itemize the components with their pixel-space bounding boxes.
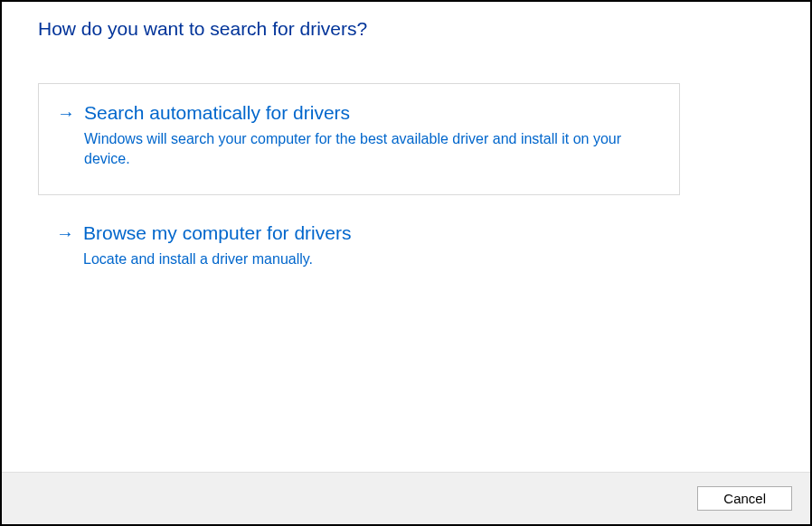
option-title: Browse my computer for drivers [83, 221, 662, 246]
arrow-right-icon: → [56, 221, 74, 246]
content-area: How do you want to search for drivers? →… [2, 2, 810, 472]
option-description: Windows will search your computer for th… [84, 129, 645, 169]
footer-bar: Cancel [2, 472, 810, 524]
cancel-button[interactable]: Cancel [697, 486, 792, 511]
option-text: Search automatically for drivers Windows… [84, 100, 661, 169]
page-title: How do you want to search for drivers? [38, 18, 774, 40]
arrow-right-icon: → [57, 100, 75, 126]
option-title: Search automatically for drivers [84, 100, 661, 126]
option-description: Locate and install a driver manually. [83, 249, 644, 269]
option-browse-computer[interactable]: → Browse my computer for drivers Locate … [38, 221, 680, 269]
option-search-automatically[interactable]: → Search automatically for drivers Windo… [38, 83, 680, 195]
option-header: → Browse my computer for drivers Locate … [56, 221, 662, 269]
option-header: → Search automatically for drivers Windo… [57, 100, 661, 169]
option-text: Browse my computer for drivers Locate an… [83, 221, 662, 269]
